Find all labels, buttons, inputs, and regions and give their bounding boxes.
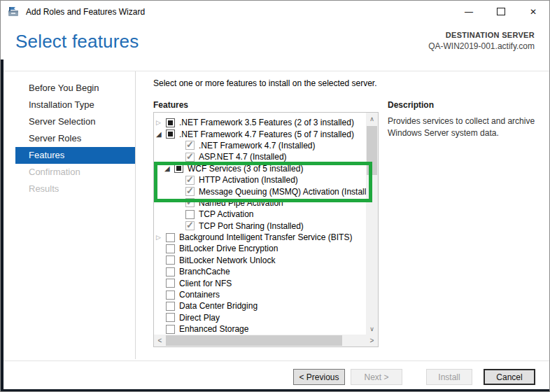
checkbox-checked[interactable]: ✓ bbox=[185, 221, 195, 230]
description-text: Provides services to collect and archive… bbox=[388, 115, 536, 140]
close-icon: ✕ bbox=[530, 7, 537, 17]
checkbox-unchecked[interactable] bbox=[166, 302, 175, 311]
sidebar-item-results: Results bbox=[15, 181, 135, 197]
scroll-up-icon[interactable]: ∧ bbox=[366, 113, 378, 125]
tree-row[interactable]: ◢WCF Services (3 of 5 installed) bbox=[154, 163, 366, 174]
horizontal-scrollbar[interactable]: < > bbox=[154, 335, 378, 346]
tree-row[interactable]: ✓TCP Port Sharing (Installed) bbox=[154, 220, 366, 232]
title-bar: Add Roles and Features Wizard — ✕ bbox=[1, 1, 549, 22]
checkbox-unchecked[interactable] bbox=[166, 313, 175, 322]
tree-row-label: .NET Framework 3.5 Features (2 of 3 inst… bbox=[179, 118, 354, 127]
footer-divider bbox=[1, 360, 549, 361]
tree-row[interactable]: ▷.NET Framework 3.5 Features (2 of 3 ins… bbox=[154, 117, 366, 128]
checkbox-partial[interactable] bbox=[166, 118, 175, 127]
check-icon: ✓ bbox=[186, 220, 194, 230]
sidebar-item-before-you-begin[interactable]: Before You Begin bbox=[15, 80, 135, 97]
wizard-window: Add Roles and Features Wizard — ✕ Select… bbox=[0, 0, 550, 392]
expander-collapsed-icon[interactable]: ▷ bbox=[156, 119, 166, 126]
checkbox-checked[interactable]: ✓ bbox=[185, 153, 195, 162]
tree-row-label: .NET Framework 4.7 (Installed) bbox=[199, 141, 316, 150]
tree-row[interactable]: Data Center Bridging bbox=[154, 300, 366, 312]
checkbox-checked[interactable]: ✓ bbox=[185, 198, 195, 207]
checkbox-checked[interactable]: ✓ bbox=[185, 176, 195, 185]
tree-row[interactable]: ✓Named Pipe Activation bbox=[154, 197, 366, 209]
tree-row[interactable]: ◢.NET Framework 4.7 Features (5 of 7 ins… bbox=[154, 128, 366, 139]
tree-row-label: HTTP Activation (Installed) bbox=[199, 175, 298, 185]
checkbox-unchecked[interactable] bbox=[166, 244, 175, 253]
tree-row-label: Named Pipe Activation bbox=[199, 198, 283, 208]
expander-expanded-icon[interactable]: ◢ bbox=[164, 164, 174, 172]
sidebar-item-installation-type[interactable]: Installation Type bbox=[15, 97, 135, 113]
tree-row[interactable]: Direct Play bbox=[154, 312, 366, 323]
horizontal-scrollbar-thumb[interactable] bbox=[166, 335, 342, 346]
tree-row[interactable]: ✓HTTP Activation (Installed) bbox=[154, 174, 366, 186]
cancel-button[interactable]: Cancel bbox=[484, 369, 535, 385]
tree-row-label: ASP.NET 4.7 (Installed) bbox=[199, 152, 287, 162]
tree-row[interactable]: BitLocker Drive Encryption bbox=[154, 243, 366, 254]
checkbox-unchecked[interactable] bbox=[166, 325, 175, 334]
sidebar-item-server-roles[interactable]: Server Roles bbox=[15, 130, 135, 147]
checkbox-partial[interactable] bbox=[166, 130, 175, 139]
tree-row[interactable]: ✓Message Queuing (MSMQ) Activation (Inst… bbox=[154, 186, 366, 197]
wizard-steps-sidebar: Before You BeginInstallation TypeServer … bbox=[1, 71, 136, 359]
maximize-icon bbox=[497, 8, 505, 15]
sidebar-item-confirmation: Confirmation bbox=[15, 164, 135, 181]
checkbox-checked[interactable]: ✓ bbox=[185, 141, 195, 150]
vertical-scrollbar[interactable]: ∧ ∨ bbox=[366, 113, 378, 335]
tree-row-label: .NET Framework 4.7 Features (5 of 7 inst… bbox=[179, 130, 354, 139]
tree-row[interactable]: ✓.NET Framework 4.7 (Installed) bbox=[154, 140, 366, 151]
checkbox-unchecked[interactable] bbox=[166, 233, 175, 242]
tree-row-label: Background Intelligent Transfer Service … bbox=[179, 232, 352, 242]
tree-row-label: BitLocker Drive Encryption bbox=[179, 244, 278, 253]
checkbox-unchecked[interactable] bbox=[166, 279, 175, 288]
minimize-button[interactable]: — bbox=[453, 1, 485, 22]
check-icon: ✓ bbox=[186, 197, 194, 207]
checkbox-unchecked[interactable] bbox=[166, 267, 175, 276]
tree-row-label: Direct Play bbox=[179, 313, 220, 323]
sidebar-item-server-selection[interactable]: Server Selection bbox=[15, 113, 135, 130]
description-label: Description bbox=[388, 100, 434, 110]
background-window-edge-left bbox=[1, 59, 3, 391]
check-icon: ✓ bbox=[186, 174, 194, 185]
tree-row[interactable]: BranchCache bbox=[154, 266, 366, 277]
previous-button[interactable]: < Previous bbox=[293, 369, 345, 385]
checkbox-partial[interactable] bbox=[174, 164, 183, 173]
maximize-button[interactable] bbox=[485, 1, 517, 22]
features-listbox: ▷.NET Framework 3.5 Features (2 of 3 ins… bbox=[153, 112, 379, 347]
minimize-icon: — bbox=[465, 7, 473, 17]
features-tree: ▷.NET Framework 3.5 Features (2 of 3 ins… bbox=[154, 113, 366, 335]
tree-row-label: TCP Activation bbox=[199, 209, 253, 219]
destination-server-label: DESTINATION SERVER bbox=[428, 31, 535, 39]
tree-row[interactable]: ✓ASP.NET 4.7 (Installed) bbox=[154, 151, 366, 162]
install-button[interactable]: Install bbox=[426, 369, 472, 385]
expander-collapsed-icon[interactable]: ▷ bbox=[156, 234, 166, 241]
expander-expanded-icon[interactable]: ◢ bbox=[156, 130, 166, 138]
tree-row[interactable]: TCP Activation bbox=[154, 209, 366, 220]
close-button[interactable]: ✕ bbox=[517, 1, 549, 22]
tree-row[interactable]: ▷Background Intelligent Transfer Service… bbox=[154, 232, 366, 243]
tree-row-label: Containers bbox=[179, 290, 220, 300]
instruction-text: Select one or more features to install o… bbox=[153, 78, 377, 88]
vertical-scrollbar-thumb[interactable] bbox=[367, 126, 377, 175]
tree-row-label: TCP Port Sharing (Installed) bbox=[199, 221, 304, 231]
checkbox-unchecked[interactable] bbox=[166, 290, 175, 300]
tree-row-label: Message Queuing (MSMQ) Activation (Insta… bbox=[199, 187, 366, 197]
tree-row[interactable]: Client for NFS bbox=[154, 277, 366, 288]
check-icon: ✓ bbox=[186, 151, 194, 162]
sidebar-item-features[interactable]: Features bbox=[15, 147, 135, 164]
checkbox-checked[interactable]: ✓ bbox=[185, 187, 195, 196]
checkbox-unchecked[interactable] bbox=[185, 210, 195, 219]
scroll-left-icon[interactable]: < bbox=[154, 335, 166, 346]
scroll-right-icon[interactable]: > bbox=[366, 335, 378, 346]
checkbox-unchecked[interactable] bbox=[166, 255, 175, 265]
destination-server-block: DESTINATION SERVER QA-WIN2019-001.actify… bbox=[428, 31, 535, 51]
tree-row-label: BitLocker Network Unlock bbox=[179, 255, 275, 265]
next-button[interactable]: Next > bbox=[351, 369, 402, 385]
tree-row-label: Client for NFS bbox=[179, 279, 232, 288]
scroll-down-icon[interactable]: ∨ bbox=[366, 323, 378, 335]
tree-row[interactable]: Enhanced Storage bbox=[154, 323, 366, 335]
wizard-header: Select features DESTINATION SERVER QA-WI… bbox=[1, 22, 549, 71]
tree-row-label: Data Center Bridging bbox=[179, 301, 258, 311]
tree-row[interactable]: BitLocker Network Unlock bbox=[154, 255, 366, 266]
tree-row[interactable]: Containers bbox=[154, 289, 366, 300]
